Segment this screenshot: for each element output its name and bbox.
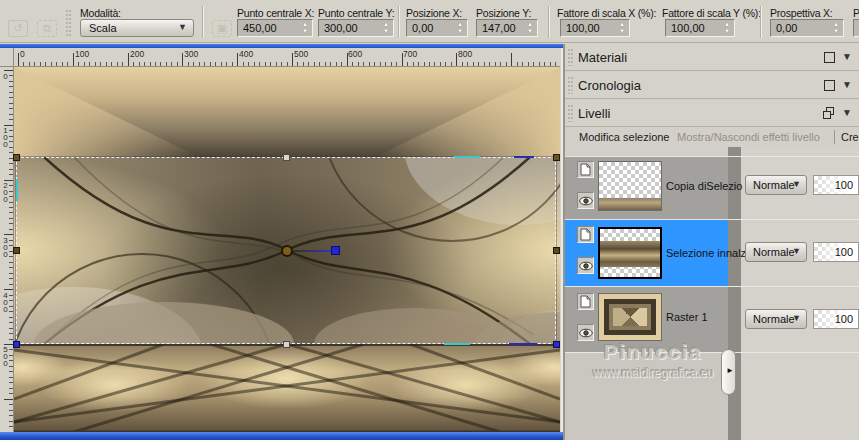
- ruler-corner: [0, 48, 14, 67]
- layer-type-icon: [577, 226, 594, 243]
- materiali-panel-header[interactable]: Materiali ▼: [565, 44, 859, 71]
- layer-name[interactable]: Selezione innalz: [666, 247, 746, 259]
- modalita-label: Modalità:: [80, 7, 121, 19]
- posizione-y-input[interactable]: 147,00 ▲▼: [476, 19, 538, 37]
- panel-title: Cronologia: [578, 78, 641, 93]
- fattore-scala-y-input[interactable]: 100,00 ▲▼: [665, 19, 735, 37]
- crea-button[interactable]: Crea: [841, 131, 859, 143]
- field-value: 300,00: [324, 22, 358, 34]
- toolbar-separator: [760, 6, 762, 38]
- chevron-down-icon: ▼: [178, 22, 187, 32]
- spinner-arrows[interactable]: ▲▼: [299, 21, 311, 35]
- rotation-handle-line: [293, 250, 333, 252]
- watermark-url: www.maidiregrafica.eu: [565, 366, 741, 380]
- layer-thumbnail[interactable]: [598, 293, 662, 341]
- ruler-tick-label: 400: [1, 291, 10, 312]
- punto-centrale-x-input[interactable]: 450,00 ▲▼: [237, 19, 313, 37]
- panel-grip[interactable]: [568, 105, 573, 122]
- selection-handle-top-middle[interactable]: [283, 154, 290, 161]
- selection-handle-bottom-left[interactable]: [13, 341, 20, 348]
- panel-grip[interactable]: [568, 49, 573, 66]
- ruler-tick-label: 200: [130, 49, 144, 59]
- spinner-arrows[interactable]: ▲▼: [830, 21, 842, 35]
- opacity-slider[interactable]: 100: [813, 309, 859, 329]
- selection-handle-mid-right[interactable]: [553, 247, 560, 254]
- rotation-handle-square[interactable]: [331, 246, 340, 255]
- blend-mode-dropdown[interactable]: Normale ▼: [745, 175, 807, 195]
- panel-title: Livelli: [578, 106, 611, 121]
- layer-name[interactable]: Copia diSelezio: [666, 180, 742, 192]
- modalita-dropdown[interactable]: Scala ▼: [80, 19, 194, 37]
- horizontal-ruler: 0 100 200 300 400 500 600 700 800: [14, 48, 560, 67]
- float-window-icon[interactable]: [823, 107, 835, 119]
- opacity-slider[interactable]: 100: [813, 175, 859, 195]
- opacity-slider[interactable]: 100: [813, 242, 859, 262]
- ruler-tick-label: 0: [1, 72, 10, 79]
- ruler-tick-label: 800: [458, 49, 472, 59]
- image-window: 0 100 200 300 400 500 600 700 800 0 100 …: [0, 44, 563, 440]
- marquee-dash: [16, 179, 18, 201]
- cronologia-panel-header[interactable]: Cronologia ▼: [565, 72, 859, 99]
- blend-mode-dropdown[interactable]: Normale ▼: [745, 242, 807, 262]
- toolbar-separator: [548, 6, 550, 38]
- dock-icon[interactable]: [824, 80, 835, 91]
- image-canvas[interactable]: [14, 67, 560, 432]
- spinner-arrows[interactable]: ▲▼: [380, 21, 392, 35]
- posizione-x-input[interactable]: 0,00 ▲▼: [406, 19, 468, 37]
- visibility-eye-icon[interactable]: [577, 257, 594, 274]
- visibility-eye-icon[interactable]: [577, 192, 594, 209]
- blend-mode-value: Normale: [753, 179, 795, 191]
- ruler-tick-label: 400: [239, 49, 253, 59]
- livelli-panel-header[interactable]: Livelli ▼: [565, 100, 859, 127]
- spinner-arrows[interactable]: ▲▼: [524, 21, 536, 35]
- selection-handle-bottom-right[interactable]: [553, 341, 560, 348]
- fattore-scala-x-input[interactable]: 100,00 ▲▼: [560, 19, 630, 37]
- toolbar-separator: [398, 6, 400, 38]
- blend-mode-dropdown[interactable]: Normale ▼: [745, 309, 807, 329]
- right-panel: Materiali ▼ Cronologia ▼ Livelli ▼ Modif…: [565, 44, 859, 440]
- spinner-arrows[interactable]: ▲▼: [721, 21, 733, 35]
- field-value: 450,00: [243, 22, 277, 34]
- splitter-handle[interactable]: ►: [721, 349, 736, 395]
- panel-title: Materiali: [578, 50, 627, 65]
- chevron-down-icon[interactable]: ▼: [842, 79, 852, 90]
- ruler-tick-label: 700: [403, 49, 417, 59]
- arrow-right-icon: ►: [726, 366, 734, 375]
- chevron-down-icon[interactable]: ▼: [842, 51, 852, 62]
- opacity-value: 100: [835, 179, 853, 191]
- preset-icon[interactable]: ↺: [8, 20, 28, 37]
- spinner-arrows[interactable]: ▲▼: [616, 21, 628, 35]
- visibility-eye-icon[interactable]: [577, 324, 594, 341]
- chevron-down-icon[interactable]: ▼: [842, 107, 852, 118]
- panel-grip[interactable]: [568, 77, 573, 94]
- marquee-dash: [509, 343, 537, 345]
- transform-icon[interactable]: ⧉: [37, 20, 57, 37]
- toolbar-grip[interactable]: [66, 10, 71, 36]
- ruler-tick-label: 100: [75, 49, 89, 59]
- layer-type-icon: [577, 293, 594, 310]
- selection-handle-top-left[interactable]: [13, 154, 20, 161]
- layer-name[interactable]: Raster 1: [666, 311, 708, 323]
- dock-icon[interactable]: [824, 52, 835, 63]
- selection-handle-top-right[interactable]: [553, 154, 560, 161]
- prospettiva-y-input[interactable]: [853, 19, 859, 37]
- punto-centrale-y-input[interactable]: 300,00 ▲▼: [318, 19, 394, 37]
- toolbar-separator: [202, 6, 204, 38]
- field-label: Punto centrale Y:: [318, 7, 394, 19]
- blend-mode-value: Normale: [753, 246, 795, 258]
- selection-handle-mid-left[interactable]: [13, 247, 20, 254]
- modifica-selezione-button[interactable]: Modifica selezione: [579, 131, 670, 143]
- prospettiva-x-input[interactable]: 0,00 ▲▼: [770, 19, 844, 37]
- field-label: Punto centrale X:: [237, 7, 314, 19]
- ruler-tick-label: 300: [1, 236, 10, 257]
- field-value: 100,00: [566, 22, 600, 34]
- selection-handle-bottom-middle[interactable]: [283, 341, 290, 348]
- spinner-arrows[interactable]: ▲▼: [454, 21, 466, 35]
- field-label: Posizione X:: [406, 7, 462, 19]
- layer-thumbnail[interactable]: [598, 227, 662, 279]
- marquee-dash: [444, 343, 470, 345]
- row-separator: [565, 156, 859, 157]
- layer-thumbnail[interactable]: [598, 161, 662, 211]
- pivot-center-handle[interactable]: [281, 245, 293, 257]
- deform-rect-icon[interactable]: ▣: [212, 20, 232, 37]
